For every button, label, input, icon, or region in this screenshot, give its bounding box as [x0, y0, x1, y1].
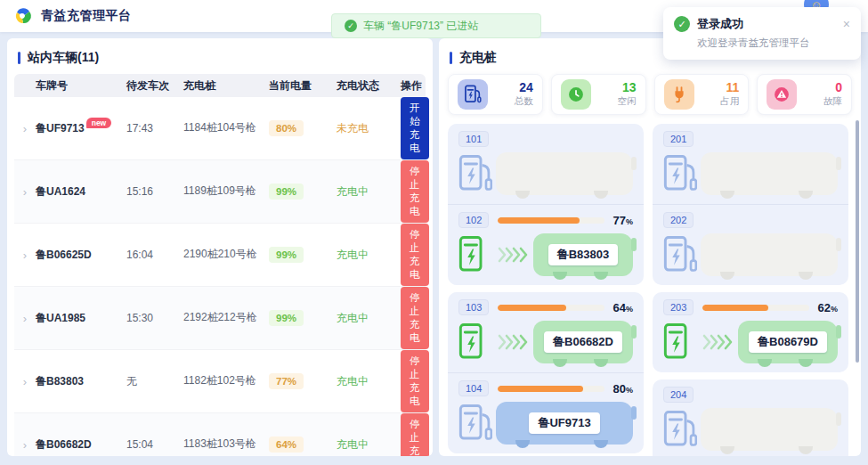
action-cell: 停止充电 [401, 224, 429, 286]
charge-progress-bar [498, 217, 604, 224]
bus-mirror [836, 157, 841, 170]
action-cell: 停止充电 [401, 413, 429, 456]
start-charge-button[interactable]: 开始充电 [401, 97, 429, 159]
vehicle-trip: 15:04 [126, 438, 183, 451]
battery-cell: 64% [269, 436, 337, 453]
pile-slot-204[interactable]: 204 [653, 379, 848, 456]
pile-column-2: 201 202 20362% 鲁B08679D 204 [653, 124, 848, 456]
bus: 鲁B06682D [533, 321, 633, 363]
vehicle-trip: 15:16 [126, 185, 183, 198]
bus-wheel [799, 446, 813, 454]
pile-slot-103[interactable]: 10364% 鲁B06682D [448, 292, 644, 372]
bus-mirror [836, 325, 841, 339]
pile-id-badge: 101 [458, 131, 489, 147]
close-icon[interactable]: × [843, 18, 850, 30]
battery-badge: 99% [269, 310, 304, 326]
stop-charge-button[interactable]: 停止充电 [401, 287, 429, 349]
col-pile: 充电桩 [183, 78, 269, 94]
battery-cell: 99% [269, 310, 337, 326]
charging-pile-icon [458, 320, 492, 364]
pile-slot-102[interactable]: 10277% 鲁B83803 [448, 205, 644, 285]
row-expand-chevron-icon[interactable]: › [14, 249, 36, 262]
vehicle-trip: 17:43 [126, 122, 183, 135]
pile-slot-101[interactable]: 101 [448, 124, 644, 204]
row-expand-chevron-icon[interactable]: › [14, 122, 36, 135]
bus-wheel [515, 440, 530, 448]
station-entry-toast-text: 车辆 “鲁UF9713” 已进站 [363, 19, 478, 34]
empty-bay-bus [701, 408, 838, 451]
pile-id-badge: 102 [458, 212, 489, 228]
bus-mirror [631, 325, 637, 339]
vehicle-pile-gun: 1189桩109号枪 [183, 184, 269, 199]
row-expand-chevron-icon[interactable]: › [14, 312, 36, 325]
pile-slot-203[interactable]: 20362% 鲁B08679D [653, 292, 848, 372]
vehicle-plate: 鲁UA1624 [36, 184, 126, 200]
bus-plate: 鲁B06682D [544, 331, 622, 353]
charge-status: 未充电 [337, 121, 401, 136]
pile-grid: 101 10277% 鲁B83803 10364% 鲁B06682D 10480… [448, 124, 848, 456]
battery-badge: 64% [269, 436, 304, 453]
main-content: 站内车辆(11) · 车牌号 待发车次 充电桩 当前电量 充电状态 操作 ›鲁U… [0, 32, 868, 465]
vehicle-pile-gun: 2192桩212号枪 [183, 310, 269, 325]
action-cell: 停止充电 [401, 287, 429, 349]
clock-icon [567, 86, 585, 103]
battery-cell: 99% [269, 184, 337, 200]
bus-mirror [836, 238, 841, 251]
vehicles-panel-title: 站内车辆(11) [7, 47, 433, 69]
bus: 鲁UF9713 [496, 402, 633, 445]
stop-charge-button[interactable]: 停止充电 [401, 224, 429, 286]
table-row: ›鲁UF9713new17:431184桩104号枪80%未充电开始充电 [14, 97, 426, 160]
pile-id-badge: 103 [458, 299, 489, 315]
bus-wheel [799, 359, 813, 367]
pile-card: 101 10277% 鲁B83803 [448, 124, 644, 285]
empty-bay-bus [701, 152, 838, 195]
bus-wheel [758, 359, 772, 367]
new-badge: new [86, 118, 112, 129]
stop-charge-button[interactable]: 停止充电 [401, 350, 429, 412]
stat-card-fault: 0故障 [757, 74, 852, 115]
col-status: 充电状态 [337, 78, 401, 94]
charge-status: 充电中 [337, 184, 401, 200]
vehicle-trip: 16:04 [126, 249, 183, 261]
vehicle-table-body: ›鲁UF9713new17:431184桩104号枪80%未充电开始充电›鲁UA… [14, 97, 426, 456]
bus-mirror [631, 238, 637, 251]
battery-badge: 99% [269, 184, 304, 200]
charging-pile-icon [464, 85, 482, 104]
charging-pile-icon [663, 320, 697, 364]
bus-plate: 鲁UF9713 [529, 412, 599, 434]
charging-pile-icon [458, 232, 492, 277]
battery-cell: 77% [269, 373, 337, 389]
stop-charge-button[interactable]: 停止充电 [401, 160, 429, 223]
charge-progress-bar [498, 386, 604, 392]
row-expand-chevron-icon[interactable]: › [14, 438, 36, 452]
bus: 鲁B08679D [738, 321, 838, 363]
charging-pile-icon [663, 232, 697, 277]
col-action: 操作 [401, 78, 426, 94]
row-expand-chevron-icon[interactable]: › [14, 375, 36, 388]
alert-icon [773, 86, 791, 103]
scrollbar-thumb[interactable] [856, 120, 859, 363]
action-cell: 停止充电 [401, 160, 429, 223]
row-expand-chevron-icon[interactable]: › [14, 185, 36, 199]
pile-slot-202[interactable]: 202 [653, 205, 848, 285]
pile-stats: 24总数13空闲11占用0故障 [448, 74, 852, 115]
action-cell: 停止充电 [401, 350, 429, 412]
pile-slot-104[interactable]: 10480% 鲁UF9713 [448, 373, 644, 453]
pile-slot-201[interactable]: 201 [653, 124, 848, 204]
bus-plate: 鲁B08679D [749, 331, 827, 353]
charging-pile-icon [663, 151, 697, 196]
stat-card-busy: 11占用 [654, 74, 750, 115]
charge-status: 充电中 [337, 437, 401, 453]
col-trip: 待发车次 [126, 78, 183, 94]
stat-value: 13 [591, 81, 637, 94]
charge-progress-percent: 64% [613, 301, 633, 314]
pile-id-badge: 203 [663, 299, 694, 315]
charge-progress-bar [702, 305, 808, 311]
vehicle-table-header: · 车牌号 待发车次 充电桩 当前电量 充电状态 操作 [14, 74, 426, 97]
battery-badge: 80% [269, 120, 304, 136]
vehicle-plate: 鲁B06625D [36, 248, 126, 263]
charging-flow-arrows-icon [498, 333, 528, 351]
bus-wheel [799, 191, 813, 199]
stop-charge-button[interactable]: 停止充电 [401, 413, 429, 456]
charge-status: 充电中 [337, 311, 401, 326]
